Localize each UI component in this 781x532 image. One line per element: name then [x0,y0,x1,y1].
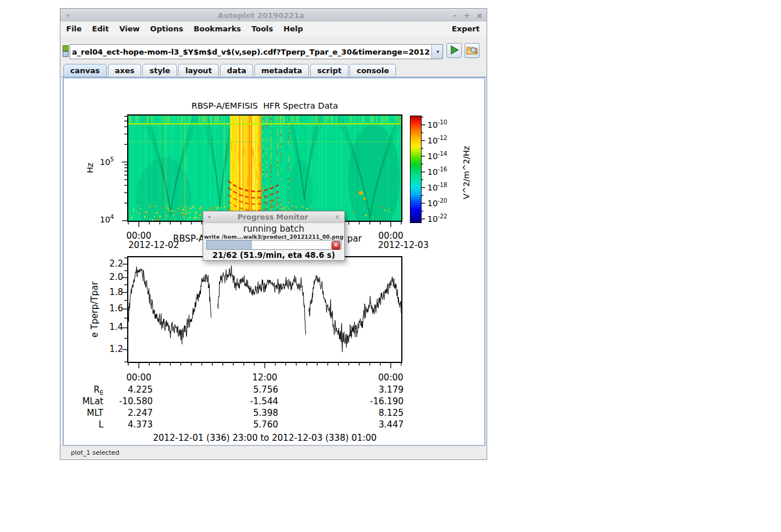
tab-data[interactable]: data [220,64,253,76]
lineplot-y-axis-label: e Tperp/Tpar [89,274,100,346]
expert-mode-label[interactable]: Expert [447,23,487,35]
go-button[interactable] [447,43,462,58]
play-icon [448,44,460,56]
colorbar-tick-10e-12: 10-12 [427,135,447,145]
table-cell: 3.447 [345,419,404,430]
progress-monitor-dialog[interactable]: ▾ Progress Monitor × running batch write… [203,211,345,261]
tab-layout[interactable]: layout [178,64,219,76]
main-tabstrip: canvasaxesstylelayoutdatametadatascriptc… [60,63,487,77]
lineplot-ytick-1.2: 1.2 [99,344,123,354]
line-plot[interactable] [127,256,402,363]
lineplot-xtick-1: 12:00 [247,372,282,383]
progress-bar: x [206,240,341,250]
spectrogram-image[interactable] [128,116,401,221]
lineplot-xtick-0: 00:00 [121,372,156,383]
lineplot-ytick-2.0: 2.0 [99,272,123,282]
spectrogram-title: RBSP-A/EMFISIS HFR Spectra Data [120,101,410,110]
table-cell: 2.247 [95,408,153,418]
lineplot-ytick-2.2: 2.2 [99,258,123,269]
tab-metadata[interactable]: metadata [254,64,309,76]
dialog-menu-icon[interactable]: ▾ [208,214,211,220]
progress-detail-label: write /hom...walk3/product_20121211_00.p… [203,234,344,240]
dialog-title: Progress Monitor [215,213,330,221]
colorbar-ticks [421,116,426,222]
line-plot-trace[interactable] [128,257,401,362]
menu-tools[interactable]: Tools [247,23,278,35]
lineplot-xtick-2: 00:00 [373,372,408,383]
menu-file[interactable]: File [62,23,87,35]
uri-input[interactable] [70,45,431,59]
progress-bar-fill [207,240,252,249]
colorbar-tick-10e-10: 10-10 [427,119,447,130]
spectro-ytick-1e5: 105 [100,156,114,167]
minimize-button[interactable]: – [453,11,457,20]
uri-combobox: ▼ [70,44,443,59]
spectrogram-y-axis-label: Hz [85,156,95,179]
lineplot-ytick-1.6: 1.6 [99,303,123,314]
colorbar-tick-10e-20: 10-20 [427,197,447,208]
progress-cancel-button[interactable]: x [332,241,340,250]
inspect-file-button[interactable] [465,43,480,58]
statusbar-text: plot_1 selected [71,449,120,456]
table-cell: 5.760 [220,419,278,430]
colorbar-tick-10e-14: 10-14 [427,150,447,161]
menu-view[interactable]: View [114,23,144,35]
lineplot-ytick-1.8: 1.8 [99,287,123,297]
tab-style[interactable]: style [142,64,177,76]
maximize-button[interactable]: + [464,11,470,20]
close-button[interactable]: x [477,11,482,20]
lineplot-x-ticks [128,363,401,369]
table-cell: -1.544 [220,396,278,407]
menu-help[interactable]: Help [279,23,307,35]
colorbar-tick-10e-18: 10-18 [427,182,447,192]
lineplot-ytick-1.4: 1.4 [99,322,123,332]
uri-dropdown-button[interactable]: ▼ [431,45,442,59]
menubar: FileEditViewOptionsBookmarksToolsHelp Ex… [60,21,487,37]
dialog-close-icon[interactable]: × [335,214,340,220]
colorbar[interactable] [410,116,422,223]
plot2-title-fragment-left: RBSP-A [173,233,204,244]
time-range-label: 2012-12-01 (336) 23:00 to 2012-12-03 (33… [120,433,410,443]
spectro-ytick-1e4: 104 [100,214,114,224]
progress-status-label: 21/62 (51.9/min, eta 48.6 s) [203,250,344,260]
window-title: Autoplot 20190221a [69,11,453,20]
colorbar-axis-label: V^2/m^2/Hz [462,138,471,207]
spectro-xlabel-right-date: 2012-12-03 [378,240,429,250]
window-titlebar[interactable]: ▾ Autoplot 20190221a – + x [60,9,487,22]
statusbar: plot_1 selected [60,445,487,459]
table-cell: 8.125 [345,408,404,418]
datasource-stack-icon[interactable] [62,45,69,56]
table-cell: 4.225 [95,384,153,395]
autoplot-window: ▾ Autoplot 20190221a – + x FileEditViewO… [60,8,487,460]
tab-script[interactable]: script [310,64,348,76]
progress-dialog-titlebar[interactable]: ▾ Progress Monitor × [203,211,344,223]
table-cell: 4.373 [95,419,153,430]
table-cell: 5.398 [220,408,278,418]
folder-magnifier-icon [466,44,478,56]
spectro-xlabel-left-date: 2012-12-02 [128,240,179,250]
menu-options[interactable]: Options [146,23,188,35]
plot-canvas-panel[interactable]: RBSP-A/EMFISIS HFR Spectra Data Hz 10-10… [63,77,485,446]
tab-axes[interactable]: axes [108,64,142,76]
spectrogram-y-ticks [120,116,127,221]
progress-task-label: running batch [203,224,344,234]
spectrogram-plot[interactable] [127,114,402,222]
colorbar-tick-10e-22: 10-22 [427,213,447,224]
uri-toolbar: ▼ [60,36,487,63]
tab-canvas[interactable]: canvas [63,64,107,77]
plot2-title-fragment-right: par [347,233,362,244]
table-cell: 5.756 [220,384,278,395]
menu-edit[interactable]: Edit [88,23,114,35]
tab-console[interactable]: console [350,64,396,76]
table-cell: 3.179 [345,384,404,395]
table-cell: -16.190 [345,396,404,407]
menu-bookmarks[interactable]: Bookmarks [189,23,246,35]
colorbar-tick-10e-16: 10-16 [427,166,447,177]
table-cell: -10.580 [95,396,153,407]
